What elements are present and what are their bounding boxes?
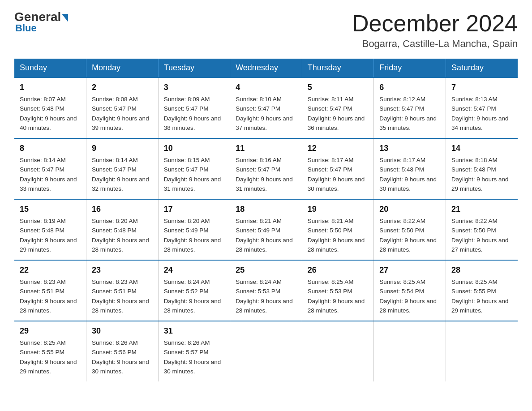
calendar-week-row: 29 Sunrise: 8:25 AMSunset: 5:55 PMDaylig… <box>14 321 518 381</box>
day-header-monday: Monday <box>86 59 159 77</box>
day-info: Sunrise: 8:25 AMSunset: 5:55 PMDaylight:… <box>451 278 509 314</box>
calendar-cell: 27 Sunrise: 8:25 AMSunset: 5:54 PMDaylig… <box>374 260 446 321</box>
day-number: 23 <box>92 264 153 276</box>
logo-general-text: General <box>14 11 61 23</box>
page-header: General Blue December 2024 Bogarra, Cast… <box>14 11 518 50</box>
calendar-cell: 16 Sunrise: 8:20 AMSunset: 5:48 PMDaylig… <box>86 199 159 260</box>
day-header-tuesday: Tuesday <box>158 59 230 77</box>
calendar-cell: 29 Sunrise: 8:25 AMSunset: 5:55 PMDaylig… <box>14 321 86 381</box>
title-block: December 2024 Bogarra, Castille-La Manch… <box>352 11 518 50</box>
day-info: Sunrise: 8:20 AMSunset: 5:49 PMDaylight:… <box>164 218 221 253</box>
logo-blue-text: Blue <box>15 22 37 34</box>
day-info: Sunrise: 8:08 AMSunset: 5:47 PMDaylight:… <box>92 96 149 131</box>
day-info: Sunrise: 8:09 AMSunset: 5:47 PMDaylight:… <box>164 96 221 131</box>
calendar-cell <box>230 321 302 381</box>
day-info: Sunrise: 8:17 AMSunset: 5:48 PMDaylight:… <box>379 157 437 192</box>
day-info: Sunrise: 8:21 AMSunset: 5:50 PMDaylight:… <box>308 218 365 253</box>
day-info: Sunrise: 8:24 AMSunset: 5:52 PMDaylight:… <box>164 278 221 314</box>
day-number: 17 <box>164 203 225 215</box>
calendar-header-row: SundayMondayTuesdayWednesdayThursdayFrid… <box>14 59 518 77</box>
logo: General Blue <box>14 11 68 34</box>
day-number: 25 <box>236 264 296 276</box>
calendar-cell: 3 Sunrise: 8:09 AMSunset: 5:47 PMDayligh… <box>158 77 230 138</box>
day-header-thursday: Thursday <box>302 59 374 77</box>
calendar-title: December 2024 <box>352 11 518 36</box>
calendar-cell <box>374 321 446 381</box>
calendar-cell: 17 Sunrise: 8:20 AMSunset: 5:49 PMDaylig… <box>158 199 230 260</box>
calendar-cell: 5 Sunrise: 8:11 AMSunset: 5:47 PMDayligh… <box>302 77 374 138</box>
day-info: Sunrise: 8:26 AMSunset: 5:56 PMDaylight:… <box>92 339 149 375</box>
day-info: Sunrise: 8:10 AMSunset: 5:47 PMDaylight:… <box>236 96 293 131</box>
calendar-cell: 31 Sunrise: 8:26 AMSunset: 5:57 PMDaylig… <box>158 321 230 381</box>
day-number: 21 <box>451 203 512 215</box>
day-number: 22 <box>20 264 81 276</box>
calendar-cell: 8 Sunrise: 8:14 AMSunset: 5:47 PMDayligh… <box>14 138 86 199</box>
day-number: 19 <box>308 203 369 215</box>
day-info: Sunrise: 8:14 AMSunset: 5:47 PMDaylight:… <box>20 157 77 192</box>
day-number: 28 <box>451 264 512 276</box>
calendar-cell: 7 Sunrise: 8:13 AMSunset: 5:47 PMDayligh… <box>446 77 518 138</box>
day-header-saturday: Saturday <box>446 59 518 77</box>
day-info: Sunrise: 8:21 AMSunset: 5:49 PMDaylight:… <box>236 218 293 253</box>
day-header-friday: Friday <box>374 59 446 77</box>
calendar-cell: 24 Sunrise: 8:24 AMSunset: 5:52 PMDaylig… <box>158 260 230 321</box>
day-info: Sunrise: 8:11 AMSunset: 5:47 PMDaylight:… <box>308 96 365 131</box>
calendar-week-row: 1 Sunrise: 8:07 AMSunset: 5:48 PMDayligh… <box>14 77 518 138</box>
day-info: Sunrise: 8:17 AMSunset: 5:47 PMDaylight:… <box>308 157 365 192</box>
day-info: Sunrise: 8:25 AMSunset: 5:55 PMDaylight:… <box>20 339 77 375</box>
calendar-cell: 18 Sunrise: 8:21 AMSunset: 5:49 PMDaylig… <box>230 199 302 260</box>
day-number: 24 <box>164 264 225 276</box>
calendar-cell: 19 Sunrise: 8:21 AMSunset: 5:50 PMDaylig… <box>302 199 374 260</box>
calendar-cell: 21 Sunrise: 8:22 AMSunset: 5:50 PMDaylig… <box>446 199 518 260</box>
day-number: 5 <box>308 81 369 94</box>
day-info: Sunrise: 8:25 AMSunset: 5:53 PMDaylight:… <box>308 278 365 314</box>
day-info: Sunrise: 8:22 AMSunset: 5:50 PMDaylight:… <box>379 218 437 253</box>
day-info: Sunrise: 8:15 AMSunset: 5:47 PMDaylight:… <box>164 157 221 192</box>
day-number: 29 <box>20 325 81 337</box>
calendar-cell: 15 Sunrise: 8:19 AMSunset: 5:48 PMDaylig… <box>14 199 86 260</box>
day-header-sunday: Sunday <box>14 59 86 77</box>
day-number: 10 <box>164 142 225 154</box>
day-number: 8 <box>20 142 81 154</box>
day-info: Sunrise: 8:25 AMSunset: 5:54 PMDaylight:… <box>379 278 437 314</box>
day-number: 30 <box>92 325 153 337</box>
calendar-cell: 2 Sunrise: 8:08 AMSunset: 5:47 PMDayligh… <box>86 77 159 138</box>
day-number: 12 <box>308 142 369 154</box>
day-number: 14 <box>451 142 512 154</box>
calendar-cell <box>302 321 374 381</box>
day-header-wednesday: Wednesday <box>230 59 302 77</box>
day-info: Sunrise: 8:16 AMSunset: 5:47 PMDaylight:… <box>236 157 293 192</box>
day-number: 18 <box>236 203 296 215</box>
calendar-cell: 9 Sunrise: 8:14 AMSunset: 5:47 PMDayligh… <box>86 138 159 199</box>
day-info: Sunrise: 8:23 AMSunset: 5:51 PMDaylight:… <box>92 278 149 314</box>
calendar-cell: 6 Sunrise: 8:12 AMSunset: 5:47 PMDayligh… <box>374 77 446 138</box>
calendar-cell: 20 Sunrise: 8:22 AMSunset: 5:50 PMDaylig… <box>374 199 446 260</box>
day-number: 20 <box>379 203 440 215</box>
day-info: Sunrise: 8:14 AMSunset: 5:47 PMDaylight:… <box>92 157 149 192</box>
day-number: 2 <box>92 81 153 94</box>
day-number: 26 <box>308 264 369 276</box>
day-number: 3 <box>164 81 225 94</box>
day-number: 16 <box>92 203 153 215</box>
calendar-cell: 22 Sunrise: 8:23 AMSunset: 5:51 PMDaylig… <box>14 260 86 321</box>
day-info: Sunrise: 8:12 AMSunset: 5:47 PMDaylight:… <box>379 96 437 131</box>
day-number: 11 <box>236 142 296 154</box>
calendar-cell: 11 Sunrise: 8:16 AMSunset: 5:47 PMDaylig… <box>230 138 302 199</box>
calendar-cell: 4 Sunrise: 8:10 AMSunset: 5:47 PMDayligh… <box>230 77 302 138</box>
calendar-cell: 13 Sunrise: 8:17 AMSunset: 5:48 PMDaylig… <box>374 138 446 199</box>
day-info: Sunrise: 8:07 AMSunset: 5:48 PMDaylight:… <box>20 96 77 131</box>
day-info: Sunrise: 8:23 AMSunset: 5:51 PMDaylight:… <box>20 278 77 314</box>
day-info: Sunrise: 8:19 AMSunset: 5:48 PMDaylight:… <box>20 218 77 253</box>
calendar-subtitle: Bogarra, Castille-La Mancha, Spain <box>352 38 518 50</box>
day-number: 15 <box>20 203 81 215</box>
day-number: 1 <box>20 81 81 94</box>
calendar-cell: 28 Sunrise: 8:25 AMSunset: 5:55 PMDaylig… <box>446 260 518 321</box>
day-info: Sunrise: 8:20 AMSunset: 5:48 PMDaylight:… <box>92 218 149 253</box>
calendar-week-row: 22 Sunrise: 8:23 AMSunset: 5:51 PMDaylig… <box>14 260 518 321</box>
day-info: Sunrise: 8:26 AMSunset: 5:57 PMDaylight:… <box>164 339 221 375</box>
day-info: Sunrise: 8:13 AMSunset: 5:47 PMDaylight:… <box>451 96 509 131</box>
logo-arrow-icon <box>62 14 68 22</box>
calendar-cell <box>446 321 518 381</box>
calendar-cell: 30 Sunrise: 8:26 AMSunset: 5:56 PMDaylig… <box>86 321 159 381</box>
calendar-cell: 14 Sunrise: 8:18 AMSunset: 5:48 PMDaylig… <box>446 138 518 199</box>
